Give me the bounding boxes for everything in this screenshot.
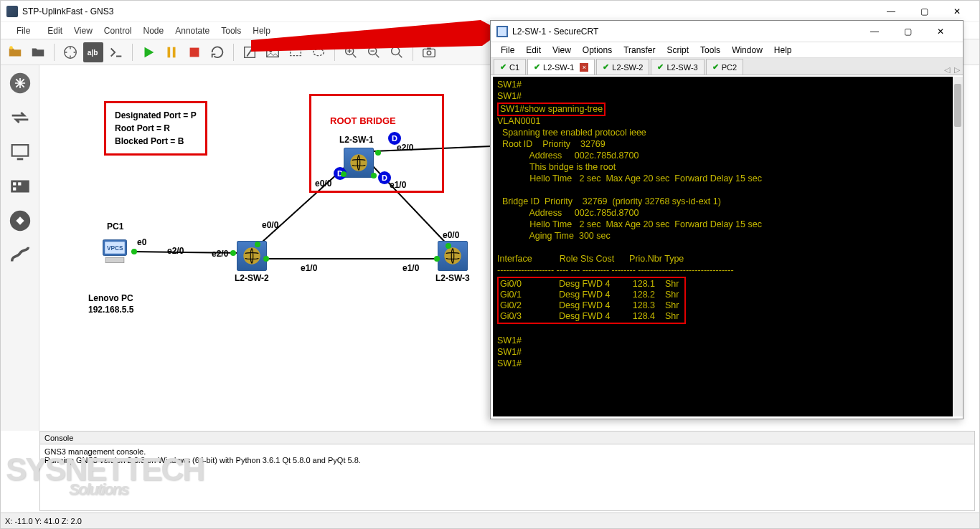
show-hide-interface-icon[interactable]: a|b (83, 42, 103, 62)
pause-all-icon[interactable] (161, 42, 182, 62)
port-label: e0 (137, 237, 146, 247)
svg-point-10 (314, 49, 324, 55)
snapshot-icon[interactable] (60, 42, 80, 62)
draw-rect-icon[interactable] (286, 42, 306, 62)
svg-point-30 (350, 154, 367, 171)
port-label: e0/0 (315, 178, 331, 189)
sc-menu-script[interactable]: Script (661, 44, 694, 57)
svg-text:a|b: a|b (88, 48, 98, 56)
svg-point-13 (392, 47, 400, 54)
tab-l2-sw-2[interactable]: ✔L2-SW-2 (596, 59, 649, 75)
terminal-output[interactable]: SW1# SW1# SW1#show spanning-tree VLAN000… (493, 77, 953, 416)
console-all-icon[interactable] (106, 42, 126, 62)
legend-line: Root Port = R (115, 122, 197, 135)
svg-point-31 (243, 247, 260, 264)
sc-menu-edit[interactable]: Edit (520, 44, 547, 57)
sc-menu-tools[interactable]: Tools (694, 44, 726, 57)
sc-menu-options[interactable]: Options (577, 44, 618, 57)
sc-minimize-button[interactable]: — (858, 22, 891, 42)
coords: X: -11.0 Y: 41.0 Z: 2.0 (5, 517, 82, 525)
insert-image-icon[interactable] (263, 42, 283, 62)
tab-close-icon[interactable]: × (580, 63, 588, 72)
legend-box: Designated Port = P Root Port = R Blocke… (104, 101, 207, 156)
menu-help[interactable]: Help (247, 24, 276, 38)
zoom-in-icon[interactable] (341, 42, 361, 62)
svg-text:VPCS: VPCS (107, 245, 123, 252)
tab-l2-sw-3[interactable]: ✔L2-SW-3 (651, 59, 704, 75)
node-label: L2-SW-3 (435, 273, 470, 283)
svg-rect-14 (423, 49, 435, 57)
svg-rect-19 (17, 158, 23, 161)
close-button[interactable]: ✕ (941, 1, 974, 22)
console-body[interactable]: GNS3 management console. Running GNS3 ve… (40, 444, 974, 510)
node-label: L2-SW-1 (339, 135, 374, 145)
svg-rect-23 (13, 187, 16, 190)
sc-menu-file[interactable]: File (495, 44, 520, 57)
menu-control[interactable]: Control (98, 24, 138, 38)
stop-all-icon[interactable] (184, 42, 204, 62)
gns3-app-icon (6, 6, 18, 17)
sc-menu-transfer[interactable]: Transfer (618, 44, 661, 57)
sc-close-button[interactable]: ✕ (924, 22, 957, 42)
port-label: e1/0 (390, 180, 406, 190)
sc-maximize-button[interactable]: ▢ (891, 22, 924, 42)
zoom-out-icon[interactable] (364, 42, 384, 62)
node-pc1[interactable]: VPCS (99, 236, 131, 267)
svg-rect-18 (11, 145, 28, 156)
console-header: Console (40, 432, 974, 444)
tab-next-icon[interactable]: ▷ (954, 65, 960, 75)
zoom-fit-icon[interactable] (387, 42, 407, 62)
port-label: e0/0 (262, 220, 278, 230)
node-l2-sw-2[interactable]: L2-SW-2 (235, 241, 269, 283)
annotate-note-icon[interactable] (240, 42, 260, 62)
tab-c1[interactable]: ✔C1 (494, 59, 526, 75)
open-icon[interactable] (28, 42, 48, 62)
open-project-icon[interactable] (5, 42, 25, 62)
menu-node[interactable]: Node (138, 24, 170, 38)
tab-pc2[interactable]: ✔PC2 (706, 59, 743, 75)
console-pane: Console GNS3 management console. Running… (39, 431, 975, 511)
menu-view[interactable]: View (68, 24, 98, 38)
legend-line: Designated Port = P (115, 109, 197, 122)
sc-menu-window[interactable]: Window (726, 44, 768, 57)
maximize-button[interactable]: ▢ (908, 1, 941, 22)
svg-point-8 (269, 49, 272, 52)
svg-rect-22 (18, 182, 21, 185)
all-devices-icon[interactable] (6, 207, 34, 234)
switches-icon[interactable] (6, 104, 34, 131)
pc-sublabel: Lenovo PC (88, 293, 133, 303)
screenshot-icon[interactable] (419, 42, 439, 62)
securecrt-menubar: File Edit View Options Transfer Script T… (491, 42, 963, 58)
draw-ellipse-icon[interactable] (308, 42, 329, 62)
add-link-icon[interactable] (6, 242, 34, 269)
tab-prev-icon[interactable]: ◁ (944, 65, 950, 75)
minimize-button[interactable]: — (875, 1, 908, 22)
menu-annotate[interactable]: Annotate (169, 24, 215, 38)
sc-menu-view[interactable]: View (547, 44, 577, 57)
menu-file[interactable]: File (5, 24, 42, 38)
svg-point-15 (427, 51, 431, 55)
svg-rect-39 (498, 27, 507, 36)
sc-menu-help[interactable]: Help (768, 44, 798, 57)
menu-edit[interactable]: Edit (42, 24, 68, 38)
port-label: e2/0 (212, 249, 228, 259)
securecrt-titlebar: L2-SW-1 - SecureCRT — ▢ ✕ (491, 21, 963, 42)
securecrt-tabs: ✔C1 ✔L2-SW-1× ✔L2-SW-2 ✔L2-SW-3 ✔PC2 ◁▷ (491, 58, 963, 75)
svg-line-25 (131, 252, 246, 253)
svg-rect-3 (168, 47, 171, 57)
security-icon[interactable] (6, 173, 34, 200)
svg-rect-16 (427, 47, 431, 49)
command-highlight: SW1#show spanning-tree (497, 103, 606, 116)
tab-l2-sw-1[interactable]: ✔L2-SW-1× (527, 59, 595, 75)
routers-icon[interactable] (6, 70, 34, 97)
node-l2-sw-1[interactable] (344, 148, 374, 178)
node-l2-sw-3[interactable]: L2-SW-3 (435, 241, 470, 283)
svg-rect-20 (11, 181, 29, 193)
reload-all-icon[interactable] (207, 42, 227, 62)
end-devices-icon[interactable] (6, 138, 34, 166)
terminal-scrollbar[interactable] (953, 77, 963, 416)
start-all-icon[interactable] (138, 42, 159, 62)
svg-point-0 (9, 46, 13, 49)
menu-tools[interactable]: Tools (215, 24, 247, 38)
svg-rect-5 (190, 47, 199, 57)
